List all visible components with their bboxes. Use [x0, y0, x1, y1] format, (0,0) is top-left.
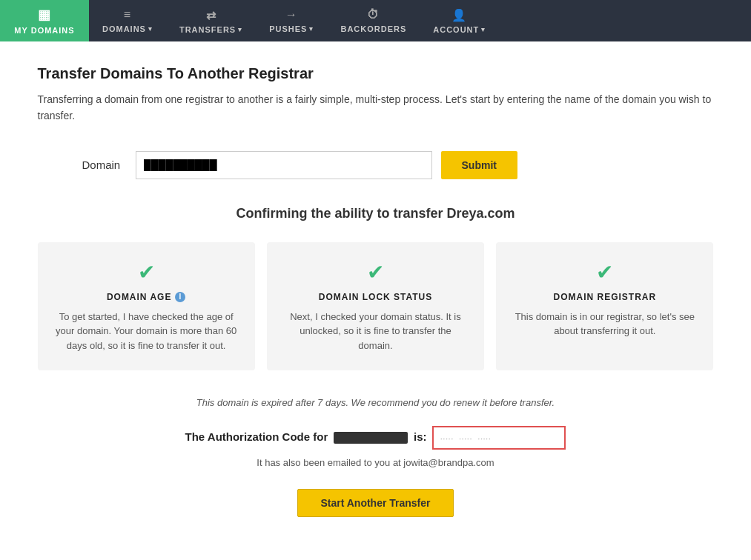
account-label: ACCOUNT ▾ [433, 25, 486, 34]
main-content: Transfer Domains To Another Registrar Tr… [20, 41, 732, 560]
start-transfer-row: Start Another Transfer [38, 489, 714, 517]
checks-row: ✔ DOMAIN AGE i To get started, I have ch… [38, 242, 714, 371]
nav-item-pushes[interactable]: → PUSHES ▾ [256, 0, 327, 41]
navbar: ▦ MY DOMAINS ≡ DOMAINS ▾ ⇄ TRANSFERS ▾ →… [0, 0, 751, 41]
brand-icon: ▦ [38, 7, 51, 23]
domains-label: DOMAINS ▾ [102, 24, 153, 33]
page-description: Transferring a domain from one registrar… [38, 91, 714, 124]
auth-code-input[interactable] [432, 426, 566, 450]
nav-brand[interactable]: ▦ MY DOMAINS [0, 0, 89, 41]
check-label-age: DOMAIN AGE i [53, 292, 240, 302]
transfers-icon: ⇄ [206, 8, 216, 22]
check-card-domain-age: ✔ DOMAIN AGE i To get started, I have ch… [38, 242, 255, 371]
auth-code-suffix: is: [414, 430, 427, 443]
transfers-label: TRANSFERS ▾ [179, 25, 242, 34]
check-text-registrar: This domain is in our registrar, so let'… [511, 310, 698, 339]
auth-code-prefix: The Authorization Code for [185, 430, 328, 443]
check-text-lock: Next, I checked your domain status. It i… [282, 310, 469, 353]
domain-label: Domain [82, 159, 127, 171]
checkmark-icon-registrar: ✔ [511, 260, 698, 284]
nav-item-transfers[interactable]: ⇄ TRANSFERS ▾ [166, 0, 256, 41]
account-icon: 👤 [451, 8, 467, 22]
email-note: It has also been emailed to you at jowit… [38, 457, 714, 468]
nav-item-domains[interactable]: ≡ DOMAINS ▾ [89, 0, 166, 41]
brand-label: MY DOMAINS [14, 26, 74, 35]
domain-row: Domain Submit [38, 151, 714, 179]
transfers-arrow: ▾ [238, 26, 242, 33]
nav-items: ≡ DOMAINS ▾ ⇄ TRANSFERS ▾ → PUSHES ▾ ⏱ B… [89, 0, 751, 41]
domains-arrow: ▾ [148, 25, 153, 33]
pushes-label: PUSHES ▾ [269, 24, 314, 33]
submit-button[interactable]: Submit [441, 151, 517, 179]
check-label-lock: DOMAIN LOCK STATUS [282, 292, 469, 302]
domains-icon: ≡ [124, 8, 131, 21]
nav-item-backorders[interactable]: ⏱ BACKORDERS [327, 0, 420, 41]
confirming-title: Confirming the ability to transfer Dreya… [38, 206, 714, 221]
check-label-registrar: DOMAIN REGISTRAR [511, 292, 698, 302]
pushes-arrow: ▾ [309, 25, 314, 33]
check-card-registrar: ✔ DOMAIN REGISTRAR This domain is in our… [496, 242, 713, 371]
account-arrow: ▾ [481, 26, 486, 33]
start-another-transfer-button[interactable]: Start Another Transfer [297, 489, 453, 517]
auth-code-domain-redacted [334, 432, 408, 444]
check-card-lock-status: ✔ DOMAIN LOCK STATUS Next, I checked you… [267, 242, 484, 371]
checkmark-icon-lock: ✔ [282, 260, 469, 284]
pushes-icon: → [285, 8, 298, 21]
domain-input[interactable] [136, 151, 432, 179]
nav-item-account[interactable]: 👤 ACCOUNT ▾ [420, 0, 499, 41]
page-title: Transfer Domains To Another Registrar [38, 65, 714, 82]
backorders-icon: ⏱ [367, 8, 380, 21]
info-icon-age[interactable]: i [175, 292, 185, 302]
auth-code-row: The Authorization Code for is: [38, 426, 714, 450]
check-text-age: To get started, I have checked the age o… [53, 310, 240, 353]
backorders-label: BACKORDERS [340, 24, 406, 33]
expiry-warning: This domain is expired after 7 days. We … [38, 397, 714, 408]
checkmark-icon-age: ✔ [53, 260, 240, 284]
